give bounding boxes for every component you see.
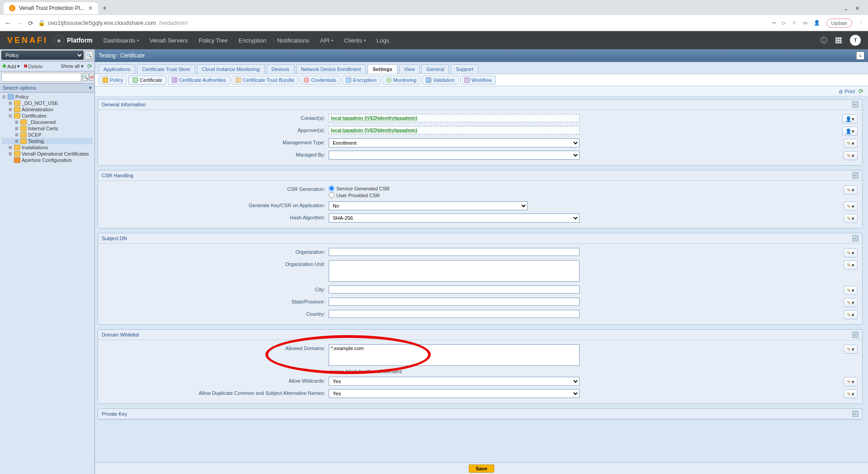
new-tab-button[interactable]: + xyxy=(98,4,111,12)
edit-button[interactable]: ✎▾ xyxy=(844,345,858,354)
update-button[interactable]: Update xyxy=(826,19,852,28)
reload-button[interactable]: ⟳ xyxy=(28,19,33,27)
nav-encryption[interactable]: Encryption xyxy=(239,37,266,44)
subtab-workflow[interactable]: Workflow xyxy=(460,76,496,85)
subtab-policy[interactable]: Policy xyxy=(99,76,127,85)
url-input[interactable]: 🔒 uvo1tjfoousw3e5gqly.env.cloudshare.com… xyxy=(38,19,767,26)
nav-notifications[interactable]: Notifications xyxy=(277,37,309,44)
add-approver-button[interactable]: 👤▾ xyxy=(842,127,858,136)
help-icon[interactable]: ⓘ xyxy=(821,36,827,45)
read-mode-icon[interactable]: ▭ xyxy=(803,20,807,26)
expand-icon[interactable]: ⊞ xyxy=(8,145,13,150)
tree-node-policy[interactable]: ⊟Policy xyxy=(2,94,93,100)
browser-tab[interactable]: V Venafi Trust Protection Pl... ✕ xyxy=(4,2,98,14)
share-icon[interactable]: < xyxy=(856,52,864,60)
wildcards-select[interactable]: Yes xyxy=(329,377,580,386)
delete-button[interactable]: ✖Delete xyxy=(24,63,43,69)
tab-network-enrollment[interactable]: Network Device Enrollment xyxy=(296,64,366,74)
nav-dashboards[interactable]: Dashboards▾ xyxy=(104,37,139,44)
city-input[interactable] xyxy=(329,285,580,294)
genkey-select[interactable]: No xyxy=(329,201,528,210)
expand-icon[interactable]: ⊞ xyxy=(14,120,19,124)
apps-icon[interactable] xyxy=(835,37,842,43)
save-button[interactable]: Save xyxy=(469,465,494,473)
subtab-encryption[interactable]: Encryption xyxy=(342,76,381,85)
subtab-ca[interactable]: Certificate Authorities xyxy=(168,76,230,85)
expand-icon[interactable]: ⊞ xyxy=(8,107,13,112)
edit-button[interactable]: ✎▾ xyxy=(844,139,858,148)
subtab-credentials[interactable]: Credentials xyxy=(300,76,340,85)
collapse-icon[interactable]: ⊟ xyxy=(8,114,13,118)
subtab-certificate[interactable]: Certificate xyxy=(128,76,166,85)
forward-button[interactable]: → xyxy=(16,19,24,27)
collapse-icon[interactable]: − xyxy=(852,101,859,108)
tree-node[interactable]: ⊞_Discovered xyxy=(2,119,93,125)
object-type-select[interactable]: Policy xyxy=(1,51,84,60)
nav-policy-tree[interactable]: Policy Tree xyxy=(198,37,227,44)
tree-search-input[interactable] xyxy=(1,73,81,82)
add-button[interactable]: ✚Add ▾ xyxy=(2,63,20,69)
browser-menu-icon[interactable]: ⋮ xyxy=(859,20,863,26)
edit-button[interactable]: ✎▾ xyxy=(844,202,858,211)
expand-icon[interactable]: ⊞ xyxy=(14,139,19,143)
add-contact-button[interactable]: 👤▾ xyxy=(842,114,858,123)
show-all-toggle[interactable]: Show all ▾ xyxy=(61,63,84,69)
chevron-down-icon[interactable]: ⌄ xyxy=(844,5,849,12)
subtab-validation[interactable]: Validation xyxy=(422,76,459,85)
expand-icon[interactable]: ⊞ xyxy=(8,152,13,156)
tab-settings[interactable]: Settings xyxy=(368,64,397,74)
tree-node[interactable]: ⊞Installations xyxy=(2,144,93,151)
expand-icon[interactable]: ⊞ xyxy=(8,101,13,105)
collapse-icon[interactable]: − xyxy=(852,235,859,242)
user-avatar[interactable]: T xyxy=(850,35,861,46)
collapse-icon[interactable]: − xyxy=(852,332,859,338)
tree-node-testing[interactable]: ⊞Testing xyxy=(2,138,93,144)
profile-icon[interactable]: 👤 xyxy=(814,20,820,26)
nav-logs[interactable]: Logs xyxy=(377,37,389,44)
close-tab-icon[interactable]: ✕ xyxy=(88,5,93,11)
back-button[interactable]: ← xyxy=(5,19,12,27)
tree-node[interactable]: ⊞Venafi Operational Certificates xyxy=(2,151,93,157)
refresh-icon[interactable]: ⟳ xyxy=(859,88,863,95)
dup-names-select[interactable]: Yes xyxy=(329,389,580,398)
nav-api[interactable]: API▾ xyxy=(320,37,333,44)
close-window-icon[interactable]: ✕ xyxy=(855,5,860,12)
edit-button[interactable]: ✎▾ xyxy=(844,151,858,160)
cast-icon[interactable]: ▷ xyxy=(782,20,786,26)
edit-button[interactable]: ✎▾ xyxy=(844,214,858,223)
nav-venafi-servers[interactable]: Venafi Servers xyxy=(150,37,188,44)
organization-input[interactable] xyxy=(329,248,580,256)
key-icon[interactable]: ⊸ xyxy=(772,20,776,26)
tab-cloud-monitoring[interactable]: Cloud Instance Monitoring xyxy=(197,64,265,74)
managed-by-select[interactable] xyxy=(329,151,580,160)
nav-clients[interactable]: Clients▾ xyxy=(344,37,366,44)
collapse-icon[interactable]: − xyxy=(852,172,859,179)
tree-node[interactable]: ⊞_DO_NOT_USE xyxy=(2,100,93,106)
tab-general[interactable]: General xyxy=(421,64,449,74)
edit-button[interactable]: ✎▾ xyxy=(844,261,858,270)
collapse-icon[interactable]: − xyxy=(852,411,859,417)
edit-button[interactable]: ✎▾ xyxy=(844,185,858,194)
tree-node[interactable]: ⊞Administration xyxy=(2,106,93,113)
edit-button[interactable]: ✎▾ xyxy=(844,286,858,295)
tree-node-certificates[interactable]: ⊟Certificates xyxy=(2,113,93,119)
collapse-icon[interactable]: ⊟ xyxy=(2,95,6,99)
contacts-value[interactable]: local:tppadmin {\VED\Identity\tppadmin} xyxy=(329,114,580,122)
mgmt-type-select[interactable]: Enrollment xyxy=(329,138,580,147)
expand-icon[interactable]: ⊞ xyxy=(14,133,19,137)
state-input[interactable] xyxy=(329,298,580,306)
hash-select[interactable]: SHA-256 xyxy=(329,213,580,223)
pick-object-icon[interactable]: 🔍 xyxy=(85,51,93,59)
allowed-domains-input[interactable] xyxy=(329,344,580,366)
edit-button[interactable]: ✎▾ xyxy=(844,389,858,398)
refresh-icon[interactable]: ⟳ xyxy=(87,63,92,70)
edit-button[interactable]: ✎▾ xyxy=(844,310,858,319)
radio-user-csr[interactable]: User Provided CSR xyxy=(329,192,785,199)
search-options-toggle[interactable]: Search options ▾ xyxy=(0,84,94,93)
tab-view[interactable]: View xyxy=(399,64,420,74)
tree-node[interactable]: ⊞Internal Certs xyxy=(2,125,93,132)
edit-button[interactable]: ✎▾ xyxy=(844,377,858,386)
edit-button[interactable]: ✎▾ xyxy=(844,298,858,307)
tab-applications[interactable]: Applications xyxy=(99,64,135,74)
tree-node-aperture[interactable]: Aperture Configuration xyxy=(2,157,93,163)
